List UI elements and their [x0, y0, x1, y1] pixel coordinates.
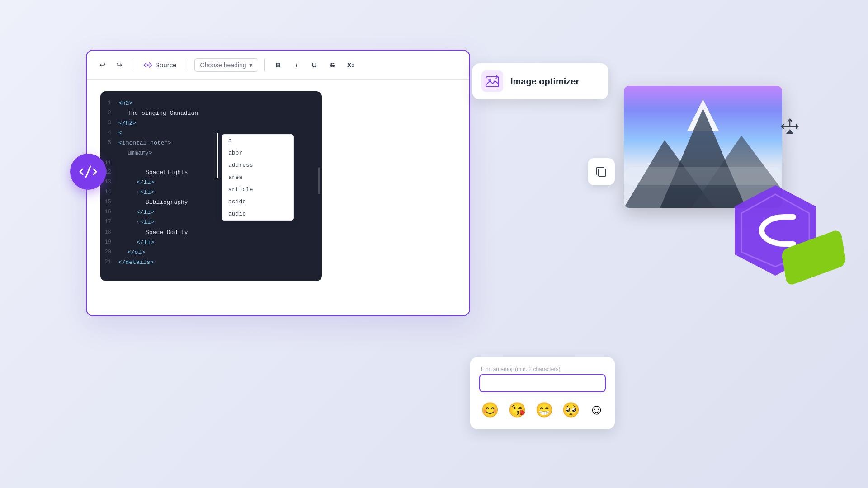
- scroll-indicator: [318, 167, 320, 194]
- autocomplete-item-aside[interactable]: aside: [222, 196, 293, 208]
- autocomplete-item-area[interactable]: area: [222, 171, 293, 183]
- autocomplete-item-address[interactable]: address: [222, 159, 293, 171]
- search-input-wrapper: 🔍: [479, 374, 606, 392]
- emoji-picker-card: Find an emoji (min. 2 characters) 🔍 😊 😘 …: [470, 357, 615, 429]
- emoji-item-1[interactable]: 😊: [479, 399, 501, 420]
- subscript-button[interactable]: X₂: [344, 58, 358, 72]
- code-line-21: 21 </details>: [100, 258, 315, 267]
- logo-icon: [79, 163, 97, 181]
- optimizer-icon: [481, 70, 503, 92]
- bold-label: B: [276, 61, 281, 69]
- underline-button[interactable]: U: [307, 58, 322, 71]
- redo-icon: ↪: [116, 61, 122, 69]
- emoji-search-label: Find an emoji (min. 2 characters): [479, 366, 606, 372]
- bold-button[interactable]: B: [271, 58, 286, 71]
- emoji-search-input[interactable]: [479, 374, 606, 392]
- divider-1: [132, 59, 132, 71]
- source-label: Source: [155, 61, 177, 69]
- cursor: [217, 133, 218, 178]
- copy-button[interactable]: [588, 158, 615, 185]
- copy-icon: [595, 165, 608, 178]
- divider-2: [188, 59, 188, 71]
- code-line-2: 2 The singing Canadian: [100, 108, 315, 118]
- divider-3: [264, 59, 265, 71]
- emoji-item-5[interactable]: ☺️: [587, 399, 606, 420]
- chevron-down-icon: ▾: [249, 61, 252, 69]
- subscript-label: X₂: [347, 61, 354, 69]
- code-line-19: 19 </li>: [100, 238, 315, 248]
- autocomplete-item-a[interactable]: a: [222, 135, 293, 147]
- code-line-20: 20 </ol>: [100, 248, 315, 258]
- editor-card: ↩ ↪ Source Choose heading ▾ B I U: [86, 50, 470, 316]
- heading-dropdown[interactable]: Choose heading ▾: [194, 58, 258, 72]
- undo-button[interactable]: ↩: [96, 58, 109, 72]
- resize-icon: [780, 117, 800, 136]
- source-button[interactable]: Source: [139, 58, 181, 72]
- svg-marker-13: [786, 129, 793, 134]
- image-optimizer-card: Image optimizer: [472, 63, 608, 99]
- undo-icon: ↩: [99, 61, 105, 69]
- underline-label: U: [312, 61, 317, 69]
- emoji-item-4[interactable]: 🥺: [560, 399, 582, 420]
- heading-label: Choose heading: [200, 61, 246, 69]
- svg-line-1: [86, 166, 90, 177]
- code-line-18: 18 Space Oddity: [100, 228, 315, 238]
- code-line-1: 1 <h2>: [100, 99, 315, 108]
- svg-rect-10: [599, 169, 606, 176]
- italic-label: I: [295, 61, 297, 69]
- autocomplete-dropdown: a abbr address area article aside audio: [222, 134, 294, 221]
- emoji-item-3[interactable]: 😁: [533, 399, 555, 420]
- logo-button[interactable]: [70, 154, 106, 190]
- source-icon: [143, 61, 152, 70]
- autocomplete-item-audio[interactable]: audio: [222, 208, 293, 220]
- optimizer-title: Image optimizer: [510, 76, 579, 87]
- autocomplete-item-article[interactable]: article: [222, 183, 293, 196]
- redo-button[interactable]: ↪: [113, 58, 126, 72]
- strikethrough-button[interactable]: S: [326, 58, 340, 71]
- toolbar: ↩ ↪ Source Choose heading ▾ B I U: [87, 51, 469, 80]
- code-line-3: 3 </h2>: [100, 118, 315, 128]
- emoji-item-2[interactable]: 😘: [506, 399, 528, 420]
- svg-point-0: [147, 65, 148, 66]
- autocomplete-item-abbr[interactable]: abbr: [222, 147, 293, 159]
- emoji-row: 😊 😘 😁 🥺 ☺️: [479, 399, 606, 420]
- italic-button[interactable]: I: [289, 58, 304, 71]
- strikethrough-label: S: [330, 61, 335, 69]
- resize-control[interactable]: [778, 115, 801, 138]
